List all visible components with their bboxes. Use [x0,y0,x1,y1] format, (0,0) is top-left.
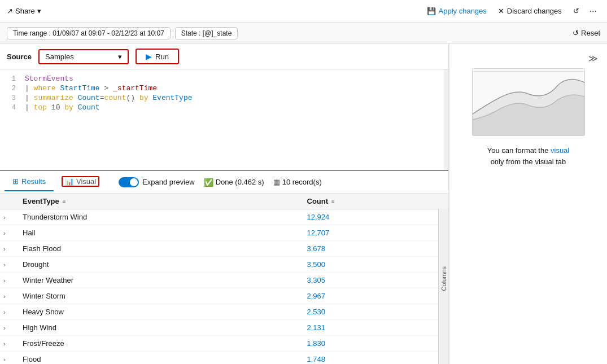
row-expand-icon[interactable]: › [0,352,17,365]
table-row: › Frost/Freeze 1,830 [0,336,448,352]
event-type-cell: Frost/Freeze [17,336,302,352]
source-dropdown[interactable]: Samples ▾ [38,49,129,64]
toolbar-right: 💾 Apply changes ✕ Discard changes ↺ ··· [422,4,600,19]
refresh-button[interactable]: ↺ [569,5,584,17]
records-label: 10 record(s) [282,178,322,186]
row-expand-icon[interactable]: › [0,336,17,352]
table-row: › Winter Weather 3,305 [0,273,448,288]
done-badge: ✅ Done (0.462 s) [204,178,264,187]
count-cell: 1,748 [302,352,448,365]
table-row: › Drought 3,500 [0,257,448,273]
share-button[interactable]: ↗ Share ▾ [7,7,41,15]
hint-line2: only from the visual tab [491,157,566,166]
event-type-label: EventType [23,197,59,205]
sort-icon-count: ≡ [331,198,335,204]
count-cell: 3,500 [302,257,448,273]
count-col-header[interactable]: Count ≡ [302,194,448,209]
count-label: Count [307,197,329,205]
code-line-1: 1 StormEvents [0,74,448,84]
count-cell: 3,678 [302,241,448,257]
row-expand-icon[interactable]: › [0,225,17,241]
discard-changes-button[interactable]: ✕ Discard changes [494,5,566,17]
row-expand-icon[interactable]: › [0,273,17,288]
done-icon: ✅ [204,178,213,187]
results-section: ⊞ Results 📊 Visual Expand preview ✅ [0,171,448,364]
right-panel: ≫ You can format the visual only from th… [449,44,607,364]
tabs-status: Expand preview ✅ Done (0.462 s) ▦ 10 rec… [119,177,322,187]
code-scrollbar[interactable] [444,69,448,170]
event-type-cell: Flood [17,352,302,365]
records-badge: ▦ 10 record(s) [273,178,322,186]
results-table-container: EventType ≡ Count ≡ [0,194,448,364]
filter-bar: Time range : 01/09/07 at 09:07 - 02/12/2… [0,23,607,44]
expand-col-header [0,194,17,209]
expand-toggle-switch[interactable] [119,177,139,187]
close-icon: ✕ [498,7,504,15]
done-label: Done (0.462 s) [216,178,264,186]
table-icon: ⊞ [12,177,19,186]
share-label: Share [15,7,35,15]
chart-svg [473,69,585,136]
table-row: › High Wind 2,131 [0,320,448,336]
state-value: State : [@]_state [181,29,232,37]
row-expand-icon[interactable]: › [0,304,17,320]
tab-visual-label: Visual [76,177,96,186]
event-type-cell: Winter Weather [17,273,302,288]
bar-chart-icon: 📊 [65,177,74,186]
share-icon: ↗ [7,7,13,15]
source-bar: Source Samples ▾ ▶ Run [0,44,448,69]
reset-label: Reset [581,29,600,37]
tab-visual[interactable]: 📊 Visual [54,172,107,192]
records-icon: ▦ [273,178,280,186]
table-row: › Winter Storm 2,967 [0,288,448,304]
more-icon: ··· [589,6,597,16]
hint-line1: You can format the [487,146,551,155]
main-content: Source Samples ▾ ▶ Run 1 StormEvents 2 |… [0,44,607,364]
code-line-2: 2 | where StartTime > _startTime [0,84,448,93]
chevron-down-icon: ▾ [118,52,122,61]
count-cell: 2,530 [302,304,448,320]
columns-strip[interactable]: Columns [438,194,448,364]
discard-changes-label: Discard changes [507,7,562,15]
state-pill[interactable]: State : [@]_state [175,27,238,40]
hint-visual-link[interactable]: visual [551,146,569,155]
count-cell: 12,707 [302,225,448,241]
toolbar-left: ↗ Share ▾ [7,7,41,15]
count-cell: 1,830 [302,336,448,352]
row-expand-icon[interactable]: › [0,320,17,336]
row-expand-icon[interactable]: › [0,209,17,225]
run-button[interactable]: ▶ Run [136,49,179,64]
event-type-cell: Thunderstorm Wind [17,209,302,225]
event-type-cell: High Wind [17,320,302,336]
source-value: Samples [45,52,74,61]
top-toolbar: ↗ Share ▾ 💾 Apply changes ✕ Discard chan… [0,0,607,23]
time-range-value: Time range : 01/09/07 at 09:07 - 02/12/2… [13,29,164,37]
code-editor[interactable]: 1 StormEvents 2 | where StartTime > _sta… [0,69,448,171]
row-expand-icon[interactable]: › [0,288,17,304]
expand-preview-toggle: Expand preview [119,177,195,187]
table-header-row: EventType ≡ Count ≡ [0,194,448,209]
table-row: › Flash Flood 3,678 [0,241,448,257]
row-expand-icon[interactable]: › [0,257,17,273]
expand-panel-button[interactable]: ≫ [588,53,598,64]
apply-changes-button[interactable]: 💾 Apply changes [422,5,491,17]
event-type-cell: Heavy Snow [17,304,302,320]
columns-label: Columns [440,266,447,291]
reset-button[interactable]: ↺ Reset [573,29,600,37]
event-type-cell: Drought [17,257,302,273]
reset-icon: ↺ [573,29,579,37]
time-range-pill[interactable]: Time range : 01/09/07 at 09:07 - 02/12/2… [7,27,171,40]
count-cell: 2,967 [302,288,448,304]
count-cell: 2,131 [302,320,448,336]
event-type-col-header[interactable]: EventType ≡ [17,194,302,209]
count-cell: 12,924 [302,209,448,225]
chart-preview [472,68,585,136]
source-label: Source [7,52,32,61]
row-expand-icon[interactable]: › [0,241,17,257]
tab-results[interactable]: ⊞ Results [5,173,54,191]
table-row: › Hail 12,707 [0,225,448,241]
tab-results-label: Results [21,177,46,186]
save-icon: 💾 [427,7,436,15]
tabs-bar: ⊞ Results 📊 Visual Expand preview ✅ [0,171,448,194]
more-options-button[interactable]: ··· [586,4,600,19]
